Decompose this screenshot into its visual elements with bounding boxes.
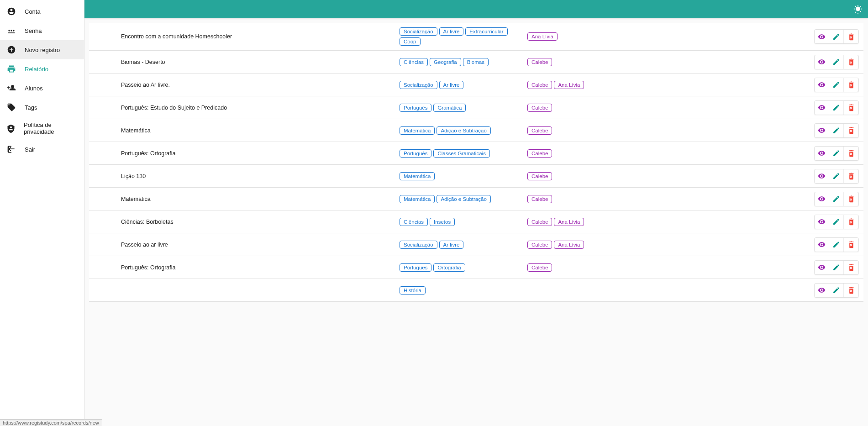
delete-button[interactable] [844, 124, 858, 137]
record-title: Matemática [121, 127, 400, 134]
record-students: Calebe [527, 102, 809, 114]
edit-button[interactable] [829, 215, 844, 229]
tag-chip[interactable]: Ar livre [439, 81, 464, 89]
record-students: CalebeAna Lívia [527, 239, 809, 251]
delete-button[interactable] [844, 78, 858, 92]
tag-chip[interactable]: Matemática [400, 172, 435, 180]
tag-chip[interactable]: Extracurricular [465, 27, 507, 36]
tag-chip[interactable]: Geografia [430, 58, 461, 66]
tag-chip[interactable]: Socialização [400, 241, 437, 249]
delete-button[interactable] [844, 192, 858, 206]
record-title: Português: Ortografia [121, 264, 400, 271]
view-button[interactable] [815, 284, 829, 297]
edit-button[interactable] [829, 147, 844, 160]
delete-button[interactable] [844, 147, 858, 160]
sidebar-item-label: Tags [25, 104, 37, 111]
student-chip[interactable]: Ana Lívia [527, 32, 558, 41]
record-students: Calebe [527, 56, 809, 68]
tag-chip[interactable]: Matemática [400, 195, 435, 203]
tag-chip[interactable]: Coop [400, 37, 421, 46]
password-icon [6, 26, 16, 36]
sidebar-item-logout[interactable]: Sair [0, 140, 84, 159]
student-chip[interactable]: Ana Lívia [554, 218, 584, 226]
record-actions [809, 100, 859, 115]
delete-button[interactable] [844, 215, 858, 229]
delete-button[interactable] [844, 238, 858, 252]
tag-chip[interactable]: Português [400, 104, 431, 112]
view-button[interactable] [815, 238, 829, 252]
sidebar-item-add-circle[interactable]: Novo registro [0, 40, 84, 59]
tag-chip[interactable]: Ortografia [433, 263, 465, 272]
edit-button[interactable] [829, 101, 844, 115]
tag-chip[interactable]: Ciências [400, 58, 428, 66]
student-chip[interactable]: Calebe [527, 172, 552, 180]
view-button[interactable] [815, 261, 829, 274]
tag-chip[interactable]: Gramática [433, 104, 466, 112]
sidebar-item-password[interactable]: Senha [0, 21, 84, 40]
view-button[interactable] [815, 101, 829, 115]
tag-chip[interactable]: Ciências [400, 218, 428, 226]
delete-button[interactable] [844, 101, 858, 115]
sidebar-item-label: Novo registro [25, 47, 60, 53]
edit-icon [832, 172, 840, 180]
view-button[interactable] [815, 215, 829, 229]
student-chip[interactable]: Calebe [527, 81, 552, 89]
view-button[interactable] [815, 78, 829, 92]
tag-chip[interactable]: Socialização [400, 27, 437, 36]
sidebar-item-person-add[interactable]: Alunos [0, 79, 84, 98]
view-button[interactable] [815, 169, 829, 183]
view-button[interactable] [815, 30, 829, 43]
student-chip[interactable]: Calebe [527, 263, 552, 272]
student-chip[interactable]: Calebe [527, 58, 552, 66]
edit-button[interactable] [829, 169, 844, 183]
sidebar-item-privacy[interactable]: Política de privacidade [0, 117, 84, 140]
tag-chip[interactable]: Insetos [430, 218, 455, 226]
edit-button[interactable] [829, 78, 844, 92]
delete-button[interactable] [844, 284, 858, 297]
student-chip[interactable]: Ana Lívia [554, 241, 584, 249]
tag-chip[interactable]: Ar livre [439, 241, 464, 249]
tag-chip[interactable]: Biomas [463, 58, 489, 66]
student-chip[interactable]: Ana Lívia [554, 81, 584, 89]
record-row: Português: Estudo do Sujeito e Predicado… [89, 96, 863, 119]
edit-button[interactable] [829, 238, 844, 252]
record-row: Biomas - DesertoCiênciasGeografiaBiomasC… [89, 51, 863, 74]
sidebar-item-print[interactable]: Relatório [0, 59, 84, 79]
edit-button[interactable] [829, 124, 844, 137]
edit-button[interactable] [829, 30, 844, 43]
theme-toggle-button[interactable] [853, 5, 863, 14]
student-chip[interactable]: Calebe [527, 149, 552, 158]
tag-chip[interactable]: Classes Gramaticais [433, 149, 489, 158]
tag-chip[interactable]: Adição e Subtração [437, 126, 490, 135]
delete-button[interactable] [844, 261, 858, 274]
view-button[interactable] [815, 147, 829, 160]
sidebar-item-tag[interactable]: Tags [0, 98, 84, 117]
record-title: Passeio ao ar livre [121, 242, 400, 248]
delete-button[interactable] [844, 55, 858, 69]
tag-chip[interactable]: História [400, 286, 426, 295]
tag-chip[interactable]: Adição e Subtração [437, 195, 490, 203]
view-button[interactable] [815, 192, 829, 206]
delete-button[interactable] [844, 30, 858, 43]
student-chip[interactable]: Calebe [527, 104, 552, 112]
record-students: Calebe [527, 125, 809, 137]
tag-chip[interactable]: Português [400, 263, 431, 272]
student-chip[interactable]: Calebe [527, 195, 552, 203]
tag-chip[interactable]: Ar livre [439, 27, 464, 36]
view-button[interactable] [815, 124, 829, 137]
tag-chip[interactable]: Português [400, 149, 431, 158]
edit-button[interactable] [829, 192, 844, 206]
edit-button[interactable] [829, 284, 844, 297]
student-chip[interactable]: Calebe [527, 241, 552, 249]
student-chip[interactable]: Calebe [527, 218, 552, 226]
record-row: Ciências: BorboletasCiênciasInsetosCaleb… [89, 210, 863, 233]
edit-button[interactable] [829, 261, 844, 274]
tag-chip[interactable]: Matemática [400, 126, 435, 135]
student-chip[interactable]: Calebe [527, 126, 552, 135]
tag-chip[interactable]: Socialização [400, 81, 437, 89]
delete-button[interactable] [844, 169, 858, 183]
delete-icon [847, 172, 855, 180]
sidebar-item-account[interactable]: Conta [0, 2, 84, 21]
edit-button[interactable] [829, 55, 844, 69]
view-button[interactable] [815, 55, 829, 69]
